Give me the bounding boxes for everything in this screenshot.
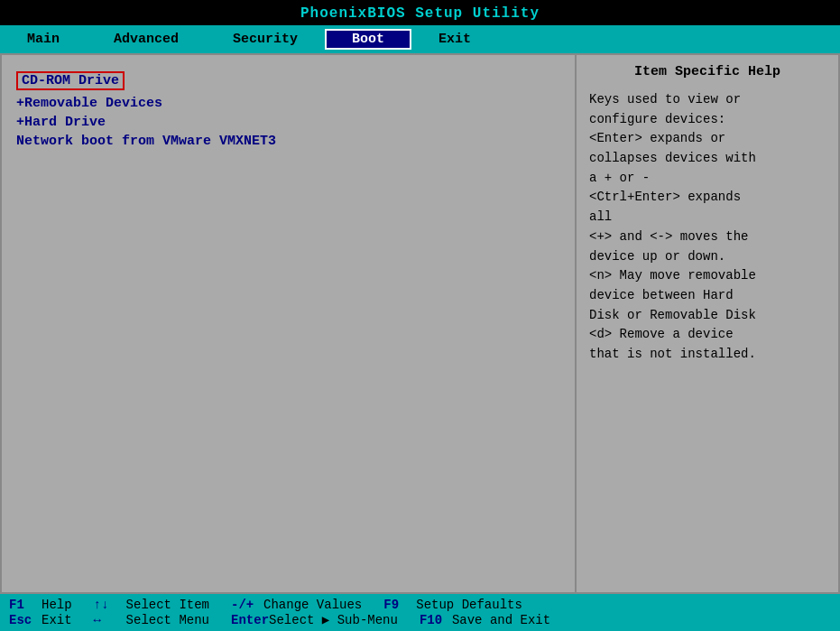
help-text: Keys used to view orconfigure devices:<E…: [589, 90, 826, 365]
help-line: Disk or Removable Disk: [589, 306, 826, 326]
status-desc-2-row2: Select ▶ Sub-Menu: [269, 612, 398, 627]
menu-item-boot[interactable]: Boot: [325, 29, 411, 50]
help-line: a + or -: [589, 169, 826, 189]
menu-bar: MainAdvancedSecurityBootExit: [0, 25, 840, 53]
boot-item-cdrom[interactable]: CD-ROM Drive: [16, 70, 560, 92]
status-key-0-row1: F1: [9, 598, 42, 612]
menu-item-security[interactable]: Security: [206, 29, 325, 50]
bios-title: PhoenixBIOS Setup Utility: [0, 0, 840, 25]
status-key-3-row2: F10: [420, 613, 452, 627]
status-desc-0-row2: Exit: [42, 613, 72, 627]
help-line: <+> and <-> moves the: [589, 227, 826, 247]
status-desc-0-row1: Help: [42, 598, 72, 612]
status-key-1-row2: ↔: [94, 613, 126, 627]
status-key-3-row1: F9: [383, 598, 416, 612]
help-title: Item Specific Help: [589, 64, 826, 79]
status-key-2-row1: -/+: [231, 598, 263, 612]
status-desc-2-row1: Change Values: [263, 598, 362, 612]
help-line: all: [589, 208, 826, 227]
help-line: <Enter> expands or: [589, 129, 826, 149]
help-line: configure devices:: [589, 110, 826, 130]
boot-item-network[interactable]: Network boot from VMware VMXNET3: [16, 134, 560, 149]
status-row-2: EscExit↔Select MenuEnterSelect ▶ Sub-Men…: [9, 612, 831, 627]
status-row-1: F1Help↑↓Select Item-/+Change ValuesF9Set…: [9, 598, 831, 612]
status-desc-3-row1: Setup Defaults: [416, 598, 522, 612]
title-text: PhoenixBIOS Setup Utility: [300, 5, 540, 22]
help-line: collapses devices with: [589, 149, 826, 169]
status-key-2-row2: Enter: [231, 613, 269, 627]
boot-order-panel: CD-ROM Drive+Removable Devices+Hard Driv…: [2, 55, 577, 592]
help-line: <Ctrl+Enter> expands: [589, 188, 826, 208]
help-line: <n> May move removable: [589, 266, 826, 286]
menu-item-main[interactable]: Main: [0, 29, 87, 50]
boot-item-harddrive[interactable]: +Hard Drive: [16, 115, 560, 130]
help-line: that is not installed.: [589, 345, 826, 365]
status-desc-1-row2: Select Menu: [126, 613, 209, 627]
help-line: <d> Remove a device: [589, 325, 826, 345]
help-line: device up or down.: [589, 247, 826, 267]
menu-item-advanced[interactable]: Advanced: [87, 29, 206, 50]
menu-item-exit[interactable]: Exit: [411, 29, 498, 50]
help-panel: Item Specific Help Keys used to view orc…: [577, 55, 838, 592]
status-key-0-row2: Esc: [9, 613, 42, 627]
status-key-1-row1: ↑↓: [94, 598, 126, 612]
help-line: device between Hard: [589, 286, 826, 306]
help-line: Keys used to view or: [589, 90, 826, 110]
main-content: CD-ROM Drive+Removable Devices+Hard Driv…: [0, 53, 840, 594]
status-bar: F1Help↑↓Select Item-/+Change ValuesF9Set…: [0, 594, 840, 631]
boot-item-removable[interactable]: +Removable Devices: [16, 96, 560, 111]
status-desc-3-row2: Save and Exit: [452, 613, 550, 627]
status-desc-1-row1: Select Item: [126, 598, 209, 612]
